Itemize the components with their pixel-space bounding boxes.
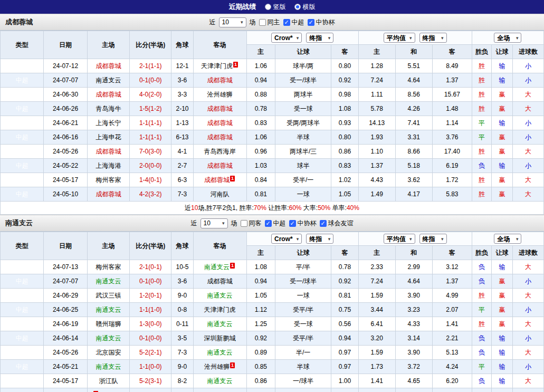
team-link[interactable]: 成都蓉城 (96, 62, 121, 70)
hcp-home-odds-cell: 0.89 (246, 346, 275, 360)
away-team-cell: 天津津门虎1 (193, 59, 246, 73)
team-link[interactable]: 南通支云 (96, 334, 121, 342)
team-link[interactable]: 南通支云 (207, 377, 233, 385)
hcp-away-odds-cell: 1.02 (331, 173, 359, 187)
team-link[interactable]: 南通支云 (207, 349, 233, 356)
team-link[interactable]: 天津津门虎 (201, 62, 233, 70)
team-link[interactable]: 成都蓉城 (96, 148, 121, 155)
team-link[interactable]: 青岛西海岸 (204, 148, 236, 155)
section-header: 成都蓉城 近10▾场同主中超中协杯 (0, 14, 544, 31)
team-link[interactable]: 成都蓉城 (207, 278, 233, 285)
bookmaker-select[interactable]: Crow*▾ (271, 234, 302, 244)
hcp-result-cell: 赢 (492, 145, 513, 159)
filter-games-label: 场 (231, 219, 237, 228)
europe-stage-select[interactable]: 终指▾ (419, 234, 447, 244)
filter-checkbox[interactable]: 球会友谊 (320, 219, 354, 228)
hcp-home-odds-cell: 1.12 (246, 303, 275, 317)
home-team-cell: 青岛海牛 (87, 102, 129, 116)
team-link[interactable]: 南通支云 (207, 292, 233, 299)
team-link[interactable]: 南通支云 (96, 363, 121, 370)
hcp-home-odds-cell: 0.94 (246, 274, 275, 289)
recent-count-select[interactable]: 10▾ (219, 17, 246, 27)
eu-home-odds-cell: 3.44 (358, 303, 395, 317)
eu-away-odds-cell: 5.83 (432, 187, 472, 202)
team-link[interactable]: 沧州雄狮 (207, 91, 233, 98)
scope-select[interactable]: 全场▾ (494, 33, 521, 43)
team-link[interactable]: 沧州雄狮 (204, 363, 230, 370)
average-select[interactable]: 平均值▾ (384, 234, 415, 244)
bookmaker-select[interactable]: Crow*▾ (271, 33, 302, 43)
team-link[interactable]: 上海申花 (96, 133, 121, 141)
team-link[interactable]: 上海海港 (96, 162, 121, 169)
filter-checkbox[interactable]: 中协杯 (308, 18, 335, 27)
results-table: 类型 日期 主场 比分(半场) 角球 客场 Crow*▾ 终指▾ 平均值▾ 终指… (0, 232, 544, 392)
filter-checkbox[interactable]: 同客 (241, 219, 262, 228)
result-cell: 胜 (472, 187, 491, 202)
recent-count-select[interactable]: 10▾ (201, 218, 228, 228)
hcp-away-odds-cell: 0.97 (331, 346, 359, 360)
hcp-result-cell: 输 (492, 73, 513, 88)
result-cell: 胜 (472, 145, 491, 159)
col-header-home: 主场 (87, 31, 129, 59)
team-link[interactable]: 成都蓉城 (207, 77, 233, 84)
layout-radio-vertical[interactable]: 竖版 (265, 3, 286, 12)
team-link[interactable]: 天津津门虎 (204, 306, 236, 313)
col-header-hcp-line: 让球 (275, 45, 331, 59)
team-link[interactable]: 上海长宁 (96, 119, 121, 127)
team-link[interactable]: 成都蓉城 (96, 91, 121, 98)
scope-select[interactable]: 全场▾ (494, 234, 521, 244)
league-type-cell: 中超 (1, 145, 44, 159)
filter-checkbox[interactable]: 同主 (259, 18, 280, 27)
team-link[interactable]: 成都蓉城 (207, 105, 233, 112)
team-link[interactable]: 青岛海牛 (96, 105, 121, 112)
team-link[interactable]: 南通支云 (96, 278, 121, 285)
team-link[interactable]: 梅州客家 (96, 263, 121, 271)
europe-stage-select[interactable]: 终指▾ (419, 33, 447, 43)
hcp-result-cell: 赢 (492, 187, 513, 202)
corner-cell: 0-8 (171, 303, 193, 317)
home-team-cell: 南通支云 (87, 331, 129, 346)
team-link[interactable]: 北京国安 (96, 349, 121, 356)
league-type-cell: 中超 (1, 159, 44, 173)
team-link[interactable]: 南通支云 (96, 77, 121, 84)
layout-radio-horizontal[interactable]: 横版 (294, 3, 316, 12)
corner-cell: 1-13 (171, 116, 193, 130)
league-type-cell: 中超 (1, 260, 44, 274)
handicap-stage-select[interactable]: 终指▾ (306, 33, 333, 43)
result-cell: 胜 (472, 73, 491, 88)
team-link[interactable]: 成都蓉城 (207, 162, 233, 169)
team-link[interactable]: 南通支云 (207, 320, 233, 328)
col-header-eu-draw: 和 (395, 246, 432, 260)
eu-home-odds-cell: 7.24 (358, 73, 395, 88)
hcp-line-cell: 受一球 (275, 317, 331, 331)
scope-select-value: 全场 (497, 232, 510, 246)
team-link[interactable]: 成都蓉城 (207, 119, 233, 127)
score-cell: 1-1(0-0) (130, 360, 171, 374)
hcp-line-cell: 一球 (275, 289, 331, 303)
team-link[interactable]: 河南队 (211, 190, 230, 198)
col-header-hcp-home: 主 (246, 45, 275, 59)
team-link[interactable]: 武汉三镇 (96, 292, 121, 299)
filter-checkbox[interactable]: 中协杯 (289, 219, 317, 228)
chevron-down-icon: ▾ (222, 221, 225, 226)
team-link[interactable]: 成都蓉城 (204, 176, 230, 184)
score-cell: 1-5(1-2) (130, 102, 171, 116)
team-link[interactable]: 深圳新鹏城 (204, 334, 236, 342)
team-link[interactable]: 南通支云 (204, 263, 230, 271)
team-link[interactable]: 浙江队 (99, 377, 118, 385)
home-team-cell: 浙江队 (87, 374, 129, 388)
date-cell: 24-06-25 (44, 303, 87, 317)
filter-checkbox[interactable]: 中超 (283, 18, 304, 27)
match-row: 中超24-05-26北京国安5-2(2-1)7-3南通支云0.89半/一0.97… (1, 346, 544, 360)
handicap-stage-select[interactable]: 终指▾ (306, 234, 333, 244)
team-link[interactable]: 南通支云 (96, 306, 121, 313)
summary-text: 60% (289, 204, 301, 212)
results-body: 中超24-07-12成都蓉城2-1(1-1)12-1天津津门虎11.06球半/两… (1, 59, 544, 202)
team-link[interactable]: 赣州瑞狮 (96, 320, 121, 328)
average-select[interactable]: 平均值▾ (384, 33, 415, 43)
team-link[interactable]: 梅州客家 (96, 176, 121, 184)
team-link[interactable]: 成都蓉城 (207, 133, 233, 141)
filter-checkbox[interactable]: 中超 (265, 219, 286, 228)
checkbox-label: 中超 (292, 18, 304, 27)
team-link[interactable]: 成都蓉城 (96, 190, 121, 198)
